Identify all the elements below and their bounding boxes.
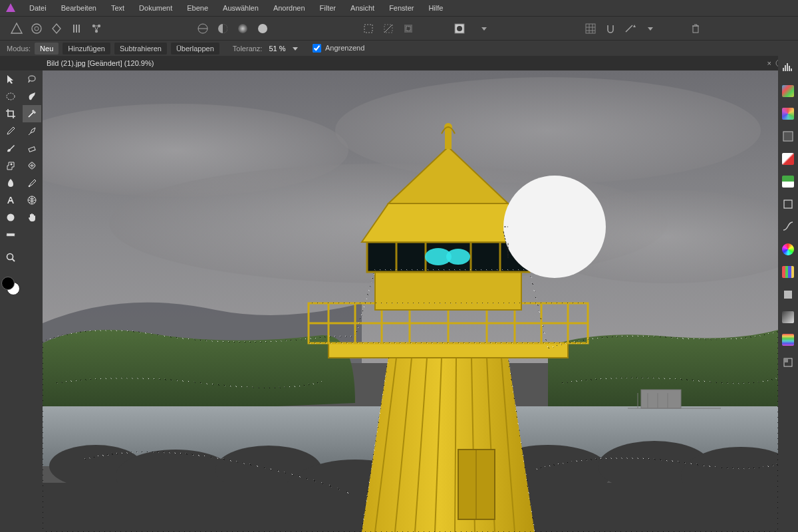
grid-icon[interactable] [583, 21, 598, 36]
document-close-button[interactable]: × [767, 59, 771, 67]
gradient-tool[interactable] [1, 226, 20, 243]
svg-rect-38 [29, 147, 35, 152]
lasso-tool[interactable] [23, 70, 41, 88]
svg-marker-4 [53, 24, 61, 33]
effects-icon[interactable] [782, 198, 794, 210]
svg-marker-27 [293, 47, 298, 51]
tool-column-left [0, 70, 21, 532]
dropper-tool[interactable] [1, 174, 20, 192]
menu-dokument[interactable]: Dokument [132, 1, 179, 15]
trash-icon[interactable] [688, 21, 703, 36]
mode-subtrahieren[interactable]: Subtrahieren [114, 43, 167, 55]
pan-tool[interactable] [23, 209, 41, 226]
channels-g-icon[interactable] [782, 176, 794, 188]
clone-tool[interactable] [1, 157, 20, 174]
blend-solid-icon[interactable] [255, 21, 270, 36]
menu-bearbeiten[interactable]: Bearbeiten [55, 1, 103, 15]
crop-tool[interactable] [1, 105, 20, 122]
menu-ebene[interactable]: Ebene [180, 1, 215, 15]
zoom-tool[interactable] [1, 249, 20, 266]
mode-hinzufuegen[interactable]: Hinzufügen [63, 43, 110, 55]
gradient-panel-icon[interactable] [782, 311, 794, 323]
svg-point-35 [7, 254, 13, 260]
select-rect-icon[interactable] [361, 21, 376, 36]
snapping-icon[interactable] [603, 21, 618, 36]
modus-label: Modus: [7, 45, 31, 53]
menu-hilfe[interactable]: Hilfe [422, 1, 450, 15]
menu-anordnen[interactable]: Anordnen [267, 1, 312, 15]
svg-marker-0 [6, 3, 15, 12]
document-tab-strip: Bild (21).jpg [Geändert] (120.9%) × A: [0, 56, 798, 70]
canvas-area[interactable] [43, 70, 778, 532]
menu-auswaehlen[interactable]: Auswählen [216, 1, 265, 15]
blend-contrast-icon[interactable] [215, 21, 230, 36]
svg-line-17 [384, 25, 392, 33]
dropdown-icon[interactable] [477, 21, 491, 36]
svg-rect-6 [76, 25, 77, 33]
pen-tool[interactable] [23, 122, 41, 140]
paintbrush-tool[interactable] [1, 140, 20, 157]
blend-normal-icon[interactable] [196, 21, 210, 36]
persona-export-icon[interactable] [89, 21, 104, 36]
menu-filter[interactable]: Filter [313, 1, 342, 15]
svg-rect-33 [7, 233, 15, 236]
flood-select-tool[interactable] [23, 105, 41, 122]
layers-icon[interactable] [782, 289, 794, 301]
mode-neu[interactable]: Neu [35, 43, 59, 55]
color-icon[interactable] [782, 85, 794, 97]
toleranz-value[interactable]: 51 % [266, 45, 288, 53]
assets-icon[interactable] [782, 356, 794, 368]
dropdown2-icon[interactable] [643, 21, 658, 36]
menu-datei[interactable]: Datei [23, 1, 53, 15]
menu-fenster[interactable]: Fenster [382, 1, 420, 15]
color-swatches[interactable] [0, 275, 21, 297]
svg-marker-24 [633, 25, 636, 27]
channels-r-icon[interactable] [782, 153, 794, 165]
swatches-icon[interactable] [782, 108, 794, 120]
blur-tool[interactable] [23, 174, 41, 192]
heal-tool[interactable] [23, 157, 41, 174]
palette-icon[interactable] [782, 266, 794, 278]
histogram-icon[interactable] [782, 63, 794, 74]
svg-rect-49 [784, 200, 792, 208]
smudge-tool[interactable] [23, 88, 41, 105]
persona-tone-icon[interactable] [69, 21, 84, 36]
menu-text[interactable]: Text [104, 1, 131, 15]
move-tool[interactable] [1, 70, 20, 88]
svg-rect-67 [641, 390, 681, 408]
quickmask-icon[interactable] [453, 21, 471, 36]
select-deselect-icon[interactable] [381, 21, 396, 36]
svg-rect-48 [783, 132, 793, 141]
mesh-tool[interactable] [23, 192, 41, 209]
eraser-tool[interactable] [23, 140, 41, 157]
svg-rect-106 [445, 129, 452, 149]
toleranz-label: Toleranz: [233, 45, 263, 53]
rainbow-icon[interactable] [782, 334, 794, 346]
circle-tool[interactable] [1, 209, 20, 226]
persona-photo-icon[interactable] [9, 21, 24, 36]
tools-panel [0, 70, 43, 532]
color-picker-tool[interactable] [1, 122, 20, 140]
select-invert-icon[interactable] [401, 21, 416, 36]
menu-ansicht[interactable]: Ansicht [344, 1, 381, 15]
svg-point-2 [32, 24, 41, 33]
wheel-icon[interactable] [782, 243, 794, 255]
persona-liquify-icon[interactable] [29, 21, 44, 36]
svg-rect-15 [364, 25, 372, 33]
persona-develop-icon[interactable] [49, 21, 64, 36]
marquee-rect-tool[interactable] [1, 88, 20, 105]
document-tab[interactable]: Bild (21).jpg [Geändert] (120.9%) [47, 59, 154, 67]
mode-ueberlappen[interactable]: Überlappen [171, 43, 219, 55]
svg-rect-50 [784, 291, 792, 299]
wand-arrow-icon[interactable] [623, 21, 638, 36]
svg-marker-22 [481, 27, 487, 31]
svg-rect-44 [787, 63, 788, 71]
angrenzend-checkbox[interactable]: Angrenzend [313, 44, 365, 53]
foreground-color-swatch[interactable] [1, 277, 15, 290]
adjustment-icon[interactable] [782, 130, 794, 142]
text-tool[interactable] [1, 192, 20, 209]
curve-icon[interactable] [782, 221, 794, 233]
toleranz-dropdown-icon[interactable] [293, 46, 298, 51]
blend-soft-icon[interactable] [235, 21, 250, 36]
document-canvas[interactable] [43, 70, 778, 532]
